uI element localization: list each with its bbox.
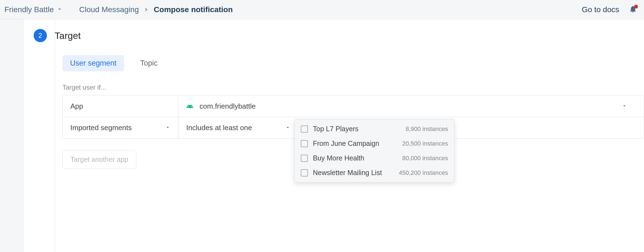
step-title: Target bbox=[55, 30, 81, 41]
breadcrumb: Cloud Messaging Compose notification bbox=[79, 5, 233, 14]
segments-dropdown: Top L7 Players 8,900 instances From June… bbox=[294, 119, 454, 183]
condition-type-label: App bbox=[70, 102, 83, 111]
condition-row-app: App com.friendlybattle bbox=[63, 95, 644, 117]
segment-option-meta: 20,500 instances bbox=[402, 140, 448, 147]
segment-option[interactable]: Newsletter Mailing List 450,200 instance… bbox=[295, 165, 454, 180]
tab-topic[interactable]: Topic bbox=[132, 55, 165, 71]
main-surface: 2 Target User segment Topic Target user … bbox=[23, 19, 644, 252]
caret-down-icon bbox=[165, 124, 171, 132]
breadcrumb-current: Compose notification bbox=[154, 5, 233, 14]
segment-operator-selector[interactable]: Includes at least one bbox=[179, 117, 289, 138]
breadcrumb-link[interactable]: Cloud Messaging bbox=[79, 5, 139, 14]
step-header: 2 Target bbox=[24, 29, 81, 42]
go-to-docs-link[interactable]: Go to docs bbox=[582, 5, 619, 14]
checkbox-icon[interactable] bbox=[301, 125, 308, 133]
condition-table: App com.friendlybattle Import bbox=[62, 95, 644, 139]
checkbox-icon[interactable] bbox=[301, 169, 308, 176]
segment-option[interactable]: Top L7 Players 8,900 instances bbox=[295, 122, 454, 136]
segment-option-label: Top L7 Players bbox=[313, 125, 401, 133]
checkbox-icon[interactable] bbox=[301, 140, 308, 147]
project-name-label: Friendly Battle bbox=[4, 5, 54, 14]
target-another-app-button[interactable]: Target another app bbox=[62, 150, 136, 169]
step-content: User segment Topic Target user if... App… bbox=[62, 55, 644, 169]
segment-option-label: Buy More Health bbox=[313, 154, 397, 162]
segment-option[interactable]: From June Campaign 20,500 instances bbox=[295, 136, 454, 151]
caret-down-icon bbox=[622, 102, 635, 111]
app-selector[interactable]: com.friendlybattle bbox=[179, 95, 644, 117]
target-hint: Target user if... bbox=[62, 84, 644, 91]
notifications-button[interactable] bbox=[627, 4, 638, 15]
caret-down-icon bbox=[285, 124, 291, 132]
condition-type-selector[interactable]: Imported segments bbox=[63, 117, 179, 138]
condition-type-label: Imported segments bbox=[70, 124, 132, 132]
step-number-badge: 2 bbox=[34, 29, 47, 42]
segment-option[interactable]: Buy More Health 80,000 instances bbox=[295, 151, 454, 165]
segment-option-meta: 80,000 instances bbox=[402, 155, 448, 162]
android-icon bbox=[186, 103, 193, 110]
segment-option-label: From June Campaign bbox=[313, 140, 397, 148]
chevron-right-icon bbox=[144, 5, 149, 14]
caret-down-icon bbox=[57, 5, 63, 14]
tab-user-segment[interactable]: User segment bbox=[62, 55, 124, 71]
notification-dot-icon bbox=[634, 5, 638, 9]
step-rail bbox=[55, 19, 55, 252]
header-bar: Friendly Battle Cloud Messaging Compose … bbox=[0, 0, 644, 19]
condition-type-app: App bbox=[63, 95, 179, 117]
app-id-value: com.friendlybattle bbox=[199, 102, 256, 111]
segment-option-meta: 8,900 instances bbox=[406, 125, 448, 133]
target-mode-tabs: User segment Topic bbox=[62, 55, 644, 71]
checkbox-icon[interactable] bbox=[301, 155, 308, 162]
project-selector[interactable]: Friendly Battle bbox=[4, 5, 63, 14]
segment-option-meta: 450,200 instances bbox=[399, 169, 448, 176]
operator-label: Includes at least one bbox=[186, 124, 252, 132]
segment-option-label: Newsletter Mailing List bbox=[313, 169, 394, 177]
